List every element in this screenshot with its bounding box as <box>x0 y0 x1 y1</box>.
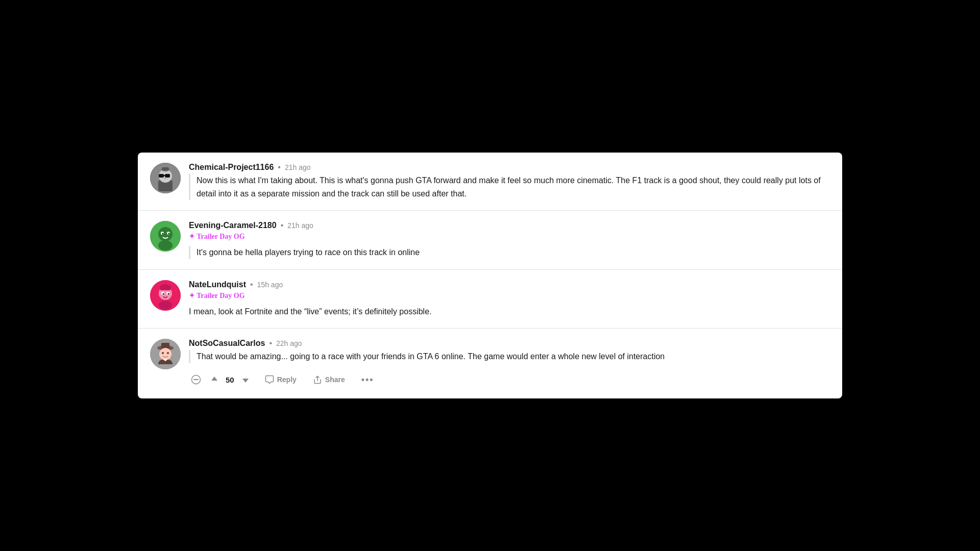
share-label: Share <box>325 375 345 384</box>
reply-label: Reply <box>277 375 297 384</box>
comment-4: NotSoCasualCarlos • 22h ago That would b… <box>138 329 842 398</box>
comment-2-sep: • <box>281 221 284 230</box>
svg-point-30 <box>167 352 169 354</box>
svg-rect-4 <box>165 174 170 178</box>
comment-3-text: I mean, look at Fortnite and the “live” … <box>189 305 830 318</box>
svg-rect-3 <box>159 174 164 178</box>
upvote-button[interactable] <box>207 372 222 387</box>
svg-rect-8 <box>162 167 168 170</box>
avatar-evening <box>150 221 181 252</box>
comment-4-username: NotSoCasualCarlos <box>189 339 265 348</box>
comment-actions: 50 Reply <box>189 371 830 388</box>
comment-1-header: Chemical-Project1166 • 21h ago <box>189 163 830 172</box>
svg-point-6 <box>164 177 166 179</box>
comment-4-header: NotSoCasualCarlos • 22h ago <box>189 339 830 348</box>
more-button[interactable]: ••• <box>357 371 378 388</box>
comment-4-content: NotSoCasualCarlos • 22h ago That would b… <box>189 339 830 388</box>
comment-2-flair: ✦ Trailer Day OG <box>189 232 830 241</box>
more-icon: ••• <box>361 374 374 385</box>
svg-point-23 <box>168 293 169 294</box>
comment-3-sep: • <box>250 280 253 289</box>
comment-1-username: Chemical-Project1166 <box>189 163 274 172</box>
comment-2-content: Evening-Caramel-2180 • 21h ago ✦ Trailer… <box>189 221 830 259</box>
vote-count: 50 <box>226 375 234 384</box>
svg-point-22 <box>163 293 164 294</box>
comment-4-text: That would be amazing... going to a race… <box>189 350 830 363</box>
comment-3-header: NateLundquist • 15h ago <box>189 280 830 289</box>
comment-2: Evening-Caramel-2180 • 21h ago ✦ Trailer… <box>138 211 842 270</box>
comment-1: Chemical-Project1166 • 21h ago Now this … <box>138 153 842 211</box>
comment-3: NateLundquist • 15h ago ✦ Trailer Day OG… <box>138 270 842 329</box>
svg-rect-32 <box>193 379 199 380</box>
downvote-button[interactable] <box>238 372 253 387</box>
comment-4-timestamp: 22h ago <box>276 339 302 347</box>
avatar-carlos <box>150 339 181 369</box>
svg-point-15 <box>158 240 173 251</box>
avatar-nate <box>150 280 181 311</box>
comment-1-timestamp: 21h ago <box>285 163 311 171</box>
comment-1-text: Now this is what I'm taking about. This … <box>189 174 830 200</box>
comment-1-sep: • <box>278 163 281 172</box>
comment-4-sep: • <box>269 339 272 348</box>
comment-2-username: Evening-Caramel-2180 <box>189 221 277 230</box>
vote-section: 50 <box>189 372 253 387</box>
comment-2-header: Evening-Caramel-2180 • 21h ago <box>189 221 830 230</box>
comment-3-username: NateLundquist <box>189 280 246 289</box>
comment-3-flair: ✦ Trailer Day OG <box>189 291 830 300</box>
svg-point-13 <box>162 233 164 235</box>
collapse-button[interactable] <box>189 372 203 387</box>
svg-point-10 <box>158 227 173 241</box>
svg-rect-19 <box>160 286 170 290</box>
comment-3-timestamp: 15h ago <box>257 281 283 289</box>
svg-point-24 <box>159 300 172 310</box>
avatar-chemical <box>150 163 181 193</box>
svg-point-14 <box>168 233 170 235</box>
comment-2-timestamp: 21h ago <box>287 221 313 230</box>
comment-1-content: Chemical-Project1166 • 21h ago Now this … <box>189 163 830 200</box>
comment-2-text: It's gonna be hella players trying to ra… <box>189 246 830 259</box>
reply-button[interactable]: Reply <box>261 372 301 387</box>
share-button[interactable]: Share <box>309 372 349 387</box>
svg-point-29 <box>162 352 164 354</box>
comments-container: Chemical-Project1166 • 21h ago Now this … <box>138 153 842 398</box>
svg-point-28 <box>159 348 172 360</box>
comment-3-content: NateLundquist • 15h ago ✦ Trailer Day OG… <box>189 280 830 318</box>
